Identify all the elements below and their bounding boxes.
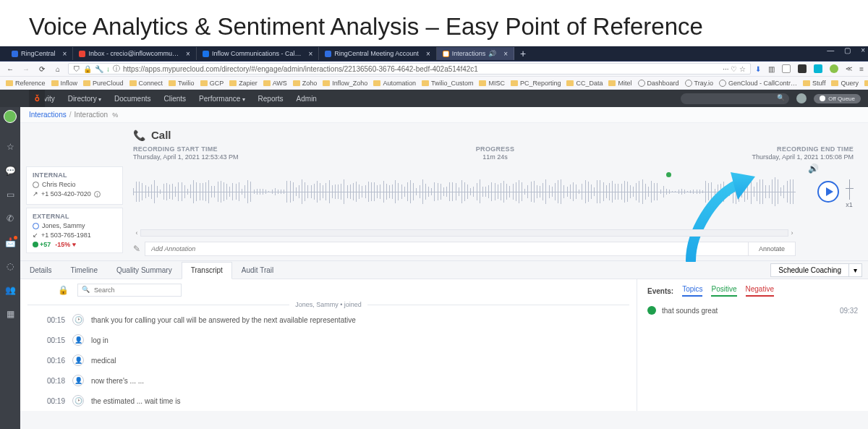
phone-icon[interactable]: ✆ bbox=[6, 213, 15, 223]
close-icon[interactable]: × bbox=[186, 50, 190, 58]
bookmark-item[interactable]: Stuff bbox=[803, 80, 825, 87]
bookmark-item[interactable]: Zapier bbox=[229, 80, 258, 87]
nav-admin[interactable]: Admin bbox=[297, 95, 317, 103]
play-button[interactable] bbox=[817, 181, 839, 203]
browser-tab[interactable]: Inbox - crecio@inflowcommu…× bbox=[73, 47, 197, 60]
inbox-icon[interactable]: 📩 bbox=[6, 237, 15, 247]
speaker-icon: 👤 bbox=[72, 375, 84, 386]
close-icon[interactable]: × bbox=[308, 50, 312, 58]
user-avatar[interactable] bbox=[796, 93, 807, 103]
bookmark-item[interactable]: Twilio bbox=[169, 80, 195, 87]
nav-directory[interactable]: Directory bbox=[68, 95, 101, 103]
queue-toggle[interactable]: Off Queue bbox=[814, 94, 861, 103]
close-icon[interactable]: × bbox=[503, 50, 508, 58]
tab-timeline[interactable]: Timeline bbox=[61, 261, 107, 279]
filter-positive[interactable]: Positive bbox=[711, 285, 736, 297]
scroll-right[interactable]: › bbox=[788, 229, 796, 237]
extension-icon[interactable] bbox=[830, 64, 838, 73]
address-input[interactable]: ⛉ 🔒 🔧 ↓ ⓘ https://apps.mypurecloud.com/d… bbox=[68, 63, 751, 75]
scroll-left[interactable]: ‹ bbox=[133, 229, 140, 237]
library-icon[interactable]: ▥ bbox=[768, 65, 775, 73]
browser-tab[interactable]: RingCentral Meeting Account× bbox=[319, 47, 436, 60]
bookmark-item[interactable]: Reference bbox=[6, 80, 46, 87]
info-icon[interactable]: i bbox=[94, 191, 101, 197]
annotation-input[interactable] bbox=[145, 242, 749, 256]
bookmark-item[interactable]: AWS bbox=[263, 80, 287, 87]
transcript-row[interactable]: 00:15👤log in bbox=[27, 330, 629, 350]
nav-clients[interactable]: Clients bbox=[164, 95, 187, 103]
extension-icon[interactable] bbox=[814, 64, 822, 73]
menu-icon[interactable]: ≡ bbox=[859, 65, 864, 73]
volume-icon[interactable]: 🔊 bbox=[808, 163, 819, 174]
favorites-icon[interactable]: ☆ bbox=[6, 142, 15, 151]
video-icon[interactable]: ▭ bbox=[6, 190, 15, 199]
activity-icon[interactable]: ◌ bbox=[6, 261, 15, 271]
browser-tab-active[interactable]: Interactions🔊× bbox=[437, 47, 514, 60]
transcript-row[interactable]: 00:18👤now there's ... ... bbox=[27, 370, 629, 391]
filter-negative[interactable]: Negative bbox=[746, 285, 774, 297]
schedule-coaching-button[interactable]: Schedule Coaching bbox=[770, 263, 849, 277]
waveform-scrollbar[interactable]: ‹ › bbox=[133, 229, 796, 237]
bookmark-item[interactable]: Query bbox=[831, 80, 859, 87]
bookmark-item[interactable]: Tray.io bbox=[685, 80, 714, 87]
transcript-row[interactable]: 00:19🕑the estimated ... wait time is bbox=[27, 391, 629, 411]
breadcrumb-root[interactable]: Interactions bbox=[29, 111, 67, 119]
nav-performance[interactable]: Performance bbox=[199, 95, 244, 103]
bookmark-item[interactable]: JSON bbox=[864, 80, 868, 87]
close-icon[interactable]: × bbox=[426, 50, 430, 58]
bookmark-item[interactable]: MISC bbox=[479, 80, 505, 87]
presence-avatar[interactable] bbox=[4, 110, 17, 123]
global-search[interactable] bbox=[681, 93, 789, 104]
nav-documents[interactable]: Documents bbox=[114, 95, 151, 103]
browser-tab-strip: RingCentral× Inbox - crecio@inflowcommu…… bbox=[0, 46, 868, 61]
browser-tab[interactable]: RingCentral× bbox=[6, 47, 73, 60]
bookmark-item[interactable]: Dashboard bbox=[638, 80, 679, 87]
nav-reports[interactable]: Reports bbox=[258, 95, 284, 103]
chat-icon[interactable]: 💬 bbox=[6, 166, 15, 175]
overflow-icon[interactable]: ≪ bbox=[846, 65, 852, 72]
bookmark-item[interactable]: PC_Reporting bbox=[511, 80, 561, 87]
annotate-button[interactable]: Annotate bbox=[749, 242, 796, 256]
tab-transcript[interactable]: Transcript bbox=[182, 262, 232, 279]
bookmark-item[interactable]: Automation bbox=[373, 80, 416, 87]
lock-icon[interactable]: 🔒 bbox=[58, 285, 69, 295]
window-maximize[interactable]: ▢ bbox=[844, 46, 851, 54]
download-icon[interactable]: ⬇ bbox=[755, 65, 761, 73]
bookmark-item[interactable]: GCP bbox=[200, 80, 224, 87]
playback-speed[interactable]: x1 bbox=[841, 179, 858, 208]
bookmark-item[interactable]: CC_Data bbox=[566, 80, 603, 87]
extension-icon[interactable] bbox=[798, 64, 807, 73]
back-button[interactable]: ← bbox=[4, 65, 16, 73]
bookmark-item[interactable]: Zoho bbox=[293, 80, 318, 87]
schedule-coaching-caret[interactable]: ▾ bbox=[849, 263, 862, 277]
transcript-search[interactable] bbox=[77, 284, 182, 297]
bookmark-item[interactable]: GenCloud - CallContr… bbox=[719, 80, 797, 87]
window-minimize[interactable]: — bbox=[827, 46, 834, 54]
transcript-row[interactable]: 00:16👤medical bbox=[27, 350, 629, 370]
bookmark-item[interactable]: Connect bbox=[129, 80, 163, 87]
home-button[interactable]: ⌂ bbox=[52, 65, 64, 73]
speaker-icon[interactable]: 🔊 bbox=[488, 50, 496, 57]
window-close[interactable]: × bbox=[861, 46, 865, 54]
tab-details[interactable]: Details bbox=[20, 261, 61, 279]
tab-quality-summary[interactable]: Quality Summary bbox=[107, 261, 182, 279]
close-icon[interactable]: × bbox=[63, 50, 67, 58]
bookmark-item[interactable]: Inflow_Zoho bbox=[323, 80, 367, 87]
browser-tab[interactable]: Inflow Communications - Cal…× bbox=[197, 47, 319, 60]
event-row[interactable]: that sounds great09:32 bbox=[647, 306, 858, 315]
extension-icon[interactable] bbox=[782, 64, 791, 73]
tab-audit-trail[interactable]: Audit Trail bbox=[232, 261, 283, 279]
waveform[interactable] bbox=[133, 172, 796, 211]
apps-icon[interactable]: ▦ bbox=[6, 309, 15, 318]
forward-button[interactable]: → bbox=[20, 65, 32, 73]
app-logo[interactable]: ǒ bbox=[29, 90, 45, 107]
bookmark-item[interactable]: Mitel bbox=[608, 80, 631, 87]
reload-button[interactable]: ⟳ bbox=[36, 65, 48, 73]
people-icon[interactable]: 👥 bbox=[6, 285, 15, 294]
bookmark-item[interactable]: Twilio_Custom bbox=[422, 80, 474, 87]
transcript-row[interactable]: 00:15🕑thank you for calling your call wi… bbox=[27, 310, 629, 330]
filter-topics[interactable]: Topics bbox=[682, 285, 702, 297]
new-tab-button[interactable]: + bbox=[514, 48, 532, 59]
bookmark-item[interactable]: PureCloud bbox=[83, 80, 124, 87]
bookmark-item[interactable]: Inflow bbox=[51, 80, 78, 87]
